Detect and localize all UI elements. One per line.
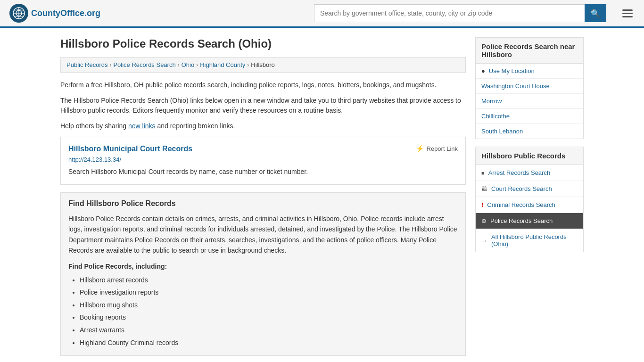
logo-text: CountyOffice.org (31, 8, 100, 18)
report-link-icon: ⚡ (416, 145, 424, 152)
new-links-link[interactable]: new links (128, 122, 156, 130)
search-input[interactable] (314, 4, 585, 22)
breadcrumb-public-records[interactable]: Public Records (66, 61, 107, 68)
breadcrumb-sep-1: › (109, 62, 111, 68)
breadcrumb-sep-2: › (178, 62, 180, 68)
nearby-location-3[interactable]: Chillicothe (476, 109, 583, 124)
nearby-location-4[interactable]: South Lebanon (476, 124, 583, 139)
main-container: Hillsboro Police Records Search (Ohio) P… (53, 28, 591, 362)
breadcrumb-police-records-search[interactable]: Police Records Search (113, 61, 175, 68)
breadcrumb-sep-3: › (196, 62, 198, 68)
search-bar: 🔍 (314, 4, 606, 22)
report-link-button[interactable]: ⚡ Report Link (416, 145, 458, 152)
sidebar-police-records[interactable]: ⊕ Police Records Search (476, 213, 583, 229)
record-url[interactable]: http://24.123.13.34/ (68, 156, 458, 163)
content-area: Hillsboro Police Records Search (Ohio) P… (60, 37, 466, 356)
location-icon: ● (481, 67, 485, 74)
list-item: Booking reports (80, 311, 458, 324)
list-item: Police investigation reports (80, 286, 458, 299)
breadcrumb: Public Records › Police Records Search ›… (60, 57, 466, 73)
all-records-link[interactable]: All Hillsboro Public Records (Ohio) (491, 233, 578, 247)
nearby-location-link-3[interactable]: Chillicothe (481, 113, 510, 120)
search-button[interactable]: 🔍 (585, 4, 606, 22)
use-location-item[interactable]: ● Use My Location (476, 64, 583, 79)
site-header: CountyOffice.org 🔍 (0, 0, 644, 28)
nearby-section: Police Records Search near Hillsboro ● U… (475, 37, 584, 139)
search-icon: 🔍 (591, 9, 600, 17)
list-item: Hillsboro mug shots (80, 299, 458, 312)
description-para1: Perform a free Hillsboro, OH public poli… (60, 80, 466, 90)
public-records-section: Hillsboro Public Records ■ Arrest Record… (475, 147, 584, 252)
nearby-location-link-1[interactable]: Washington Court House (481, 82, 550, 90)
arrest-records-link[interactable]: Arrest Records Search (488, 169, 551, 176)
criminal-records-icon: ! (481, 201, 483, 208)
sidebar-court-records[interactable]: 🏛 Court Records Search (476, 181, 583, 197)
description-para3: Help others by sharing new links and rep… (60, 121, 466, 131)
public-records-list: ■ Arrest Records Search 🏛 Court Records … (475, 165, 584, 252)
list-item: Hillsboro arrest records (80, 274, 458, 287)
court-records-link[interactable]: Court Records Search (491, 185, 552, 192)
find-section-desc: Hillsboro Police Records contain details… (68, 214, 458, 256)
find-section: Find Hillsboro Police Records Hillsboro … (60, 192, 466, 356)
description-para2: The Hillsboro Police Records Search (Ohi… (60, 96, 466, 115)
menu-line-2 (622, 13, 633, 14)
nearby-location-link-2[interactable]: Morrow (481, 98, 502, 105)
police-records-icon: ⊕ (481, 217, 487, 224)
page-title: Hillsboro Police Records Search (Ohio) (60, 37, 466, 50)
public-records-title: Hillsboro Public Records (475, 147, 584, 165)
all-records-icon: → (481, 237, 487, 244)
find-includes-title: Find Police Records, including: (68, 263, 458, 270)
nearby-list: ● Use My Location Washington Court House… (475, 64, 584, 139)
use-location-label[interactable]: Use My Location (489, 67, 535, 74)
sidebar-all-public-records[interactable]: → All Hillsboro Public Records (Ohio) (476, 229, 583, 252)
logo-icon (9, 4, 28, 23)
nearby-location-2[interactable]: Morrow (476, 94, 583, 109)
breadcrumb-ohio[interactable]: Ohio (182, 61, 194, 68)
record-link-header: Hillsboro Municipal Court Records ⚡ Repo… (68, 145, 458, 153)
court-records-icon: 🏛 (481, 185, 487, 192)
menu-button[interactable] (620, 8, 635, 19)
nearby-location-link-4[interactable]: South Lebanon (481, 128, 523, 135)
sidebar-criminal-records[interactable]: ! Criminal Records Search (476, 197, 583, 213)
nearby-location-1[interactable]: Washington Court House (476, 79, 583, 94)
logo-link[interactable]: CountyOffice.org (9, 4, 100, 23)
breadcrumb-hillsboro: Hillsboro (251, 61, 275, 68)
breadcrumb-highland-county[interactable]: Highland County (200, 61, 245, 68)
criminal-records-link[interactable]: Criminal Records Search (487, 201, 555, 208)
menu-line-1 (622, 9, 633, 11)
report-link-label: Report Link (427, 145, 458, 152)
record-description: Search Hillsboro Municipal Court records… (68, 167, 458, 177)
find-section-title: Find Hillsboro Police Records (68, 199, 458, 208)
sidebar: Police Records Search near Hillsboro ● U… (475, 37, 584, 356)
list-item: Arrest warrants (80, 324, 458, 337)
police-records-link[interactable]: Police Records Search (490, 217, 553, 224)
breadcrumb-sep-4: › (247, 62, 249, 68)
nearby-section-title: Police Records Search near Hillsboro (475, 37, 584, 64)
arrest-records-icon: ■ (481, 170, 485, 176)
record-link-section: Hillsboro Municipal Court Records ⚡ Repo… (60, 137, 466, 185)
sidebar-arrest-records[interactable]: ■ Arrest Records Search (476, 165, 583, 181)
record-link-title[interactable]: Hillsboro Municipal Court Records (68, 145, 192, 153)
find-list: Hillsboro arrest records Police investig… (68, 274, 458, 349)
menu-line-3 (622, 16, 633, 17)
list-item: Highland County Criminal records (80, 337, 458, 349)
